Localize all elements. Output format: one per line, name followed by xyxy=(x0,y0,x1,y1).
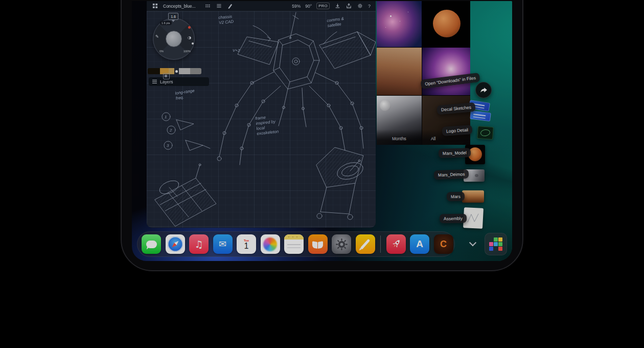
palette-swatch-gray[interactable] xyxy=(190,68,201,74)
settings-gear-icon[interactable] xyxy=(357,3,363,9)
compass-icon xyxy=(168,236,183,252)
mail-app-icon[interactable]: ✉ xyxy=(213,234,233,254)
menu-lines-icon[interactable] xyxy=(216,3,222,9)
photos-app-icon[interactable] xyxy=(261,234,280,254)
photo-thumbnail-nebula[interactable] xyxy=(377,1,422,47)
settings-app-icon[interactable] xyxy=(332,234,351,254)
mars-thumbnail[interactable] xyxy=(462,190,484,203)
messages-app-icon[interactable] xyxy=(142,234,161,254)
notes-lines-icon xyxy=(287,244,301,245)
drag-item-mars-deimos[interactable]: Mars_Deimos xyxy=(434,169,469,180)
palette-selector-dot[interactable] xyxy=(175,70,178,73)
brush-size-pts: 1.6 pts xyxy=(160,21,172,25)
dock: ♫ ✉ Tue 1 xyxy=(137,231,455,257)
photos-tab-months[interactable]: Months xyxy=(392,136,406,141)
notes-header-icon xyxy=(284,234,304,240)
notes-app-icon[interactable] xyxy=(284,234,304,254)
dots-grid-icon[interactable] xyxy=(204,3,211,9)
dismiss-chevron-button[interactable] xyxy=(467,240,478,249)
color-palette xyxy=(148,68,201,74)
tool-wheel-ring[interactable]: 1.6 pts ✎ ◑ 0% 100% xyxy=(153,18,195,60)
pixel-sprite-icon xyxy=(489,237,502,251)
brush-icon[interactable]: ✎ xyxy=(155,34,159,39)
pinned-widget-icon[interactable] xyxy=(485,233,507,255)
rocket-app-icon[interactable] xyxy=(386,234,406,254)
layers-label: Layers xyxy=(160,79,173,84)
import-icon[interactable] xyxy=(334,3,341,9)
gear-icon xyxy=(335,238,348,251)
concepts-app-window: Concepts_blue... 59% 90° PRO xyxy=(147,1,376,228)
music-note-icon: ♫ xyxy=(194,240,203,249)
photos-grid xyxy=(377,1,470,145)
c-app-icon[interactable]: C xyxy=(434,234,453,254)
active-color-dot[interactable] xyxy=(188,26,191,29)
forward-arrow-icon xyxy=(479,86,488,95)
music-app-icon[interactable]: ♫ xyxy=(189,234,209,254)
brush-size-flag: 1.6 xyxy=(168,13,178,20)
calendar-day: 1 xyxy=(244,242,249,251)
pencil-icon xyxy=(360,239,370,250)
markup-app-icon[interactable] xyxy=(356,234,375,254)
export-share-icon[interactable] xyxy=(346,3,352,9)
pen-tool-icon[interactable] xyxy=(227,3,234,9)
decal-card-icon xyxy=(470,111,491,122)
share-forward-button[interactable] xyxy=(475,82,492,98)
photo-thumbnail-mars-planet[interactable] xyxy=(422,1,470,47)
concepts-toolbar: Concepts_blue... 59% 90° PRO xyxy=(147,1,376,11)
zoom-level[interactable]: 59% xyxy=(292,4,301,9)
brush-tool-wheel[interactable]: 1.6 1.6 pts ✎ ◑ 0% 100% xyxy=(153,18,195,60)
drag-item-mars-model[interactable]: Mars_Model xyxy=(439,148,471,158)
calendar-app-icon[interactable]: Tue 1 xyxy=(237,234,256,254)
pro-badge[interactable]: PRO xyxy=(316,3,330,9)
flower-icon xyxy=(263,237,277,251)
opacity-contrast-icon[interactable]: ◑ xyxy=(188,35,191,40)
safari-app-icon[interactable] xyxy=(166,234,185,254)
tool-wheel-knob[interactable] xyxy=(166,31,182,47)
rocket-icon xyxy=(386,235,405,254)
canvas-annotation-v2: V+2 xyxy=(233,48,240,53)
canvas-annotation-chassis: chassisV2 CAD xyxy=(218,14,234,25)
drag-item-assembly[interactable]: Assembly xyxy=(440,214,467,224)
app-store-app-icon[interactable]: A xyxy=(410,234,429,254)
help-icon[interactable]: ? xyxy=(368,4,371,9)
envelope-icon: ✉ xyxy=(219,240,226,249)
app-store-letter-icon: A xyxy=(416,238,423,250)
open-book-icon xyxy=(312,242,324,248)
svg-text:3: 3 xyxy=(167,143,169,148)
secondary-color-dot[interactable] xyxy=(192,42,194,45)
photo-thumbnail-mars-desert[interactable] xyxy=(377,48,422,95)
canvas-annotation-frame: frameinspired by localexoskeleton xyxy=(255,114,279,137)
svg-text:2: 2 xyxy=(169,128,172,133)
c-letter-icon: C xyxy=(440,239,447,250)
opacity-min-label: 0% xyxy=(159,50,164,53)
apps-grid-icon[interactable] xyxy=(152,3,158,9)
photos-tab-all[interactable]: All xyxy=(431,136,435,141)
document-title[interactable]: Concepts_blue... xyxy=(163,4,200,9)
ipad-device: Concepts_blue... 59% 90° PRO xyxy=(121,0,523,271)
layers-panel-header[interactable]: Layers xyxy=(149,77,209,86)
logo-detail-thumbnail[interactable] xyxy=(477,126,494,140)
palette-swatch-light-gray[interactable] xyxy=(179,68,190,74)
dock-divider xyxy=(380,235,381,253)
layers-menu-icon xyxy=(152,80,157,83)
grid-settings-icon[interactable] xyxy=(163,73,170,79)
photos-app-panel: Months All xyxy=(377,1,470,145)
rotation-angle[interactable]: 90° xyxy=(305,4,312,9)
speech-bubble-icon xyxy=(146,241,157,248)
chevron-down-icon xyxy=(469,239,476,246)
svg-text:1: 1 xyxy=(165,115,167,119)
ipad-screen: Concepts_blue... 59% 90° PRO xyxy=(132,1,512,261)
palette-swatch-dark[interactable] xyxy=(148,68,160,74)
books-app-icon[interactable] xyxy=(308,234,328,254)
opacity-max-label: 100% xyxy=(183,50,191,53)
canvas-annotation-comms: comms &satellite xyxy=(327,16,345,29)
drag-item-mars[interactable]: Mars xyxy=(447,192,465,202)
